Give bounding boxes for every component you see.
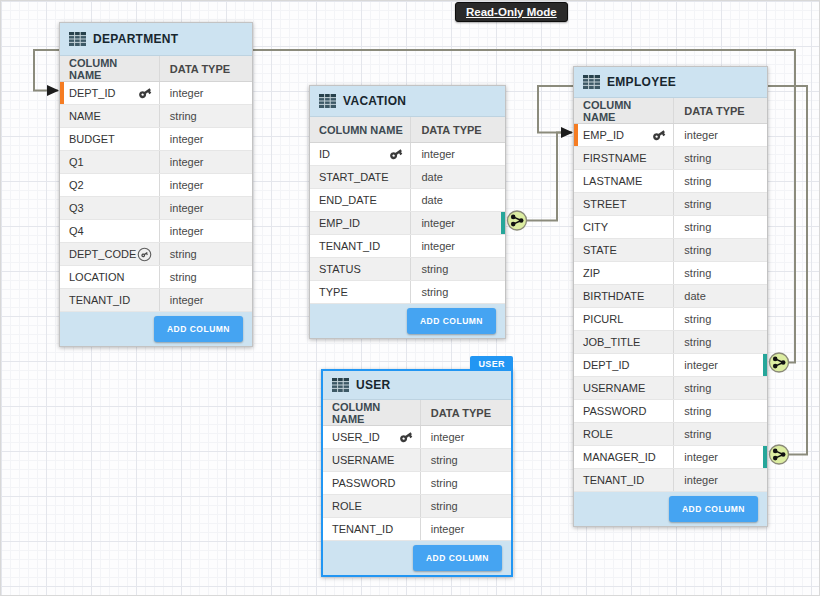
column-row-dept_id[interactable]: DEPT_IDinteger xyxy=(574,354,767,377)
data-type-cell: integer xyxy=(421,426,511,448)
column-row-birthdate[interactable]: BIRTHDATEdate xyxy=(574,285,767,308)
column-name-header: COLUMN NAME xyxy=(60,56,160,81)
column-name-cell: NAME xyxy=(60,105,160,127)
data-type-cell: string xyxy=(674,239,767,261)
column-name-cell: STATE xyxy=(574,239,674,261)
column-row-emp_id[interactable]: EMP_IDinteger xyxy=(310,212,505,235)
table-header[interactable]: EMPLOYEE xyxy=(574,67,767,98)
data-type-cell: string xyxy=(421,495,511,517)
column-row-dept_id[interactable]: DEPT_IDinteger xyxy=(60,82,252,105)
column-name: DEPT_ID xyxy=(583,359,629,371)
column-row-dept_code[interactable]: DEPT_CODEstring xyxy=(60,243,252,266)
column-row-q4[interactable]: Q4integer xyxy=(60,220,252,243)
column-row-budget[interactable]: BUDGETinteger xyxy=(60,128,252,151)
relationship-arrowhead xyxy=(561,127,573,138)
column-row-id[interactable]: IDinteger xyxy=(310,143,505,166)
column-row-password[interactable]: PASSWORDstring xyxy=(323,472,511,495)
column-row-location[interactable]: LOCATIONstring xyxy=(60,266,252,289)
column-row-state[interactable]: STATEstring xyxy=(574,239,767,262)
column-row-zip[interactable]: ZIPstring xyxy=(574,262,767,285)
column-name: NAME xyxy=(69,110,101,122)
column-name-cell: TENANT_ID xyxy=(60,289,160,311)
column-row-tenant_id[interactable]: TENANT_IDinteger xyxy=(323,518,511,541)
column-row-username[interactable]: USERNAMEstring xyxy=(323,449,511,472)
column-row-manager_id[interactable]: MANAGER_IDinteger xyxy=(574,446,767,469)
table-employee[interactable]: EMPLOYEECOLUMN NAMEDATA TYPEEMP_IDintege… xyxy=(573,66,768,527)
column-name-cell: FIRSTNAME xyxy=(574,147,674,169)
add-column-button[interactable]: ADD COLUMN xyxy=(413,545,502,571)
column-row-emp_id[interactable]: EMP_IDinteger xyxy=(574,124,767,147)
read-only-mode-label: Read-Only Mode xyxy=(466,6,557,18)
column-row-start_date[interactable]: START_DATEdate xyxy=(310,166,505,189)
data-type-cell: string xyxy=(421,449,511,471)
column-name-cell: ID xyxy=(310,143,411,165)
table-vacation[interactable]: VACATIONCOLUMN NAMEDATA TYPEIDintegerSTA… xyxy=(309,85,506,339)
column-row-tenant_id[interactable]: TENANT_IDinteger xyxy=(574,469,767,492)
table-header[interactable]: USER xyxy=(323,371,511,400)
column-row-job_title[interactable]: JOB_TITLEstring xyxy=(574,331,767,354)
column-name: Q2 xyxy=(69,179,84,191)
column-name-cell: EMP_ID xyxy=(574,124,674,146)
column-name: ID xyxy=(319,148,330,160)
column-name: EMP_ID xyxy=(319,217,360,229)
column-name: TENANT_ID xyxy=(69,294,130,306)
primary-key-icon xyxy=(138,86,152,100)
relationship-line xyxy=(517,133,572,221)
add-column-button[interactable]: ADD COLUMN xyxy=(669,496,758,522)
table-footer: ADD COLUMN xyxy=(323,541,511,575)
column-row-street[interactable]: STREETstring xyxy=(574,193,767,216)
column-name-cell: END_DATE xyxy=(310,189,411,211)
data-type-cell: date xyxy=(411,166,505,188)
column-name-cell: Q1 xyxy=(60,151,160,173)
column-header-row: COLUMN NAMEDATA TYPE xyxy=(60,56,252,82)
column-row-role[interactable]: ROLEstring xyxy=(574,423,767,446)
data-type-cell: integer xyxy=(160,197,252,219)
column-row-q1[interactable]: Q1integer xyxy=(60,151,252,174)
column-row-lastname[interactable]: LASTNAMEstring xyxy=(574,170,767,193)
column-name: PICURL xyxy=(583,313,623,325)
column-name-cell: MANAGER_ID xyxy=(574,446,674,468)
column-row-city[interactable]: CITYstring xyxy=(574,216,767,239)
add-column-button[interactable]: ADD COLUMN xyxy=(407,308,496,334)
relationship-many-connector xyxy=(508,211,527,230)
column-row-end_date[interactable]: END_DATEdate xyxy=(310,189,505,212)
table-icon xyxy=(583,75,600,89)
table-user[interactable]: USERUSERCOLUMN NAMEDATA TYPEUSER_IDinteg… xyxy=(321,369,513,577)
table-header[interactable]: DEPARTMENT xyxy=(60,23,252,56)
column-row-firstname[interactable]: FIRSTNAMEstring xyxy=(574,147,767,170)
column-name: ZIP xyxy=(583,267,600,279)
column-row-status[interactable]: STATUSstring xyxy=(310,258,505,281)
data-type-cell: string xyxy=(160,266,252,288)
column-name-cell: TENANT_ID xyxy=(323,518,421,540)
column-name: END_DATE xyxy=(319,194,377,206)
diagram-canvas[interactable]: DEPARTMENTCOLUMN NAMEDATA TYPEDEPT_IDint… xyxy=(0,0,820,596)
data-type-cell: string xyxy=(674,423,767,445)
table-department[interactable]: DEPARTMENTCOLUMN NAMEDATA TYPEDEPT_IDint… xyxy=(59,22,253,347)
table-title: USER xyxy=(356,378,391,392)
column-row-q3[interactable]: Q3integer xyxy=(60,197,252,220)
column-name-cell: ROLE xyxy=(323,495,421,517)
data-type-header: DATA TYPE xyxy=(674,98,767,123)
add-column-button[interactable]: ADD COLUMN xyxy=(154,316,243,342)
column-row-role[interactable]: ROLEstring xyxy=(323,495,511,518)
data-type-cell: integer xyxy=(674,354,767,376)
column-row-q2[interactable]: Q2integer xyxy=(60,174,252,197)
table-header[interactable]: VACATION xyxy=(310,86,505,117)
data-type-cell: integer xyxy=(411,212,505,234)
table-icon xyxy=(332,378,349,392)
column-row-password[interactable]: PASSWORDstring xyxy=(574,400,767,423)
column-row-name[interactable]: NAMEstring xyxy=(60,105,252,128)
data-type-cell: integer xyxy=(160,128,252,150)
column-row-type[interactable]: TYPEstring xyxy=(310,281,505,304)
data-type-cell: integer xyxy=(160,220,252,242)
read-only-mode-banner: Read-Only Mode xyxy=(455,2,568,22)
column-name: STREET xyxy=(583,198,626,210)
column-name-cell: STATUS xyxy=(310,258,411,280)
column-row-tenant_id[interactable]: TENANT_IDinteger xyxy=(60,289,252,312)
column-row-user_id[interactable]: USER_IDinteger xyxy=(323,426,511,449)
primary-relation-marker xyxy=(574,124,578,146)
column-row-tenant_id[interactable]: TENANT_IDinteger xyxy=(310,235,505,258)
column-row-username[interactable]: USERNAMEstring xyxy=(574,377,767,400)
data-type-cell: string xyxy=(674,193,767,215)
column-row-picurl[interactable]: PICURLstring xyxy=(574,308,767,331)
